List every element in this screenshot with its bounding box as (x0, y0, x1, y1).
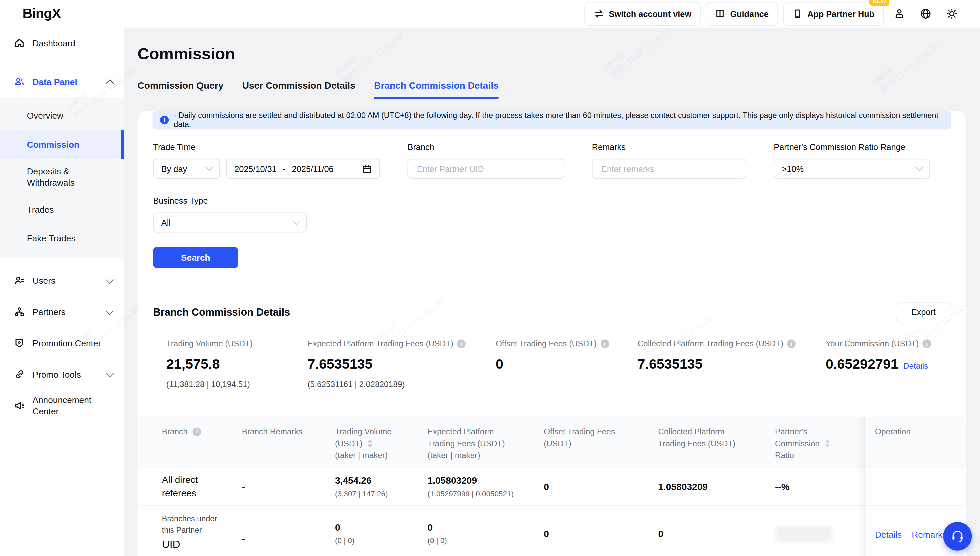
volume-sub-cell: (3,307 | 147.26) (335, 489, 413, 498)
sidebar-item-deposits-withdrawals[interactable]: Deposits & Withdrawals (0, 159, 124, 195)
filter-ratio-range: Partner's Commission Ratio Range >10% (774, 143, 930, 179)
sort-control[interactable] (368, 439, 373, 447)
business-type-select[interactable]: All (153, 213, 307, 233)
date-range-picker[interactable]: 2025/10/31 - 2025/11/06 (226, 159, 380, 179)
col-header-operation: Operation (866, 417, 966, 467)
section-header: Branch Commission Details Export (153, 303, 951, 321)
customer-support-button[interactable] (943, 522, 972, 551)
col-header-trading-volume[interactable]: Trading Volume (USDT) (taker | maker) (326, 417, 418, 467)
theme-toggle-button[interactable] (941, 3, 963, 24)
guidance-label: Guidance (730, 9, 769, 18)
stat-offset-fees: Offset Trading Fees (USDT)i 0 (496, 339, 638, 389)
table-row: Branches under this Partner UID - 0 (0 |… (138, 506, 966, 556)
commission-details-link[interactable]: Details (903, 361, 928, 371)
sidebar-item-label: Data Panel (33, 76, 100, 88)
sidebar-item-trades[interactable]: Trades (0, 195, 124, 224)
collected-fees-cell: 1.05803209 (658, 481, 760, 492)
filter-business-type: Business Type All (153, 196, 307, 233)
stat-your-commission: Your Commission (USDT)i 0.65292791 Detai… (826, 339, 932, 389)
info-icon: i (457, 339, 466, 348)
business-type-value: All (161, 218, 171, 227)
operation-cell (866, 468, 966, 505)
notice-banner: i · Daily commissions are settled and di… (153, 111, 951, 129)
ratio-range-select[interactable]: >10% (774, 159, 930, 179)
info-icon: i (193, 427, 201, 436)
summary-stats: Trading Volume (USDT) 21,575.8 (11,381.2… (138, 321, 966, 389)
branch-commission-table: Branchi Branch Remarks Trading Volume (U… (138, 417, 966, 556)
tab-commission-query[interactable]: Commission Query (138, 80, 224, 99)
sidebar-item-dashboard[interactable]: Dashboard (0, 27, 124, 59)
users-icon (14, 275, 25, 286)
ratio-range-label: Partner's Commission Ratio Range (774, 143, 930, 152)
tab-user-commission-details[interactable]: User Commission Details (242, 80, 355, 99)
export-button[interactable]: Export (896, 303, 951, 321)
sidebar: Dashboard Data Panel Overview Commission… (0, 27, 124, 556)
sidebar-item-announcement-center[interactable]: Announcement Center (0, 390, 124, 421)
col-header-branch: Branchi (138, 417, 232, 467)
trade-time-mode-select[interactable]: By day (153, 159, 220, 179)
filters-row-2: Business Type All (138, 179, 966, 232)
sidebar-item-label: Partners (33, 306, 100, 318)
info-icon: i (923, 339, 932, 348)
date-separator: - (283, 164, 286, 173)
remarks-input[interactable] (600, 163, 738, 174)
sidebar-item-label: Promotion Center (33, 338, 113, 349)
stat-value: 0 (496, 356, 503, 373)
user-icon (893, 8, 906, 20)
sidebar-item-overview[interactable]: Overview (0, 101, 124, 130)
main-content: Commission Commission Query User Commiss… (124, 27, 980, 556)
branch-label: Branch (408, 143, 565, 152)
switch-account-view-button[interactable]: Switch account view (584, 2, 701, 26)
volume-sub-cell: (0 | 0) (335, 536, 413, 545)
chevron-down-icon (206, 164, 213, 171)
sidebar-item-label: Deposits & Withdrawals (27, 166, 113, 188)
ratio-range-value: >10% (782, 164, 804, 173)
expected-fees-sub-cell: (1.05297999 | 0.0050521) (428, 489, 530, 498)
chevron-down-icon (293, 218, 300, 225)
stat-collected-fees: Collected Platform Trading Fees (USDT)i … (638, 339, 826, 389)
stat-label: Your Commission (USDT) (826, 339, 919, 348)
tab-branch-commission-details[interactable]: Branch Commission Details (374, 80, 499, 99)
globe-icon (919, 8, 932, 20)
stat-value: 7.6535135 (638, 356, 703, 373)
org-chart-icon (14, 306, 25, 318)
app-partner-hub-label: App Partner Hub (807, 9, 874, 18)
sidebar-item-partners[interactable]: Partners (0, 296, 124, 328)
app-partner-hub-button[interactable]: App Partner Hub NEW (783, 2, 884, 26)
sidebar-item-promotion-center[interactable]: Promotion Center (0, 328, 124, 359)
stat-label: Expected Platform Trading Fees (USDT) (308, 339, 454, 348)
chevron-up-icon (106, 79, 114, 87)
account-button[interactable] (889, 3, 910, 24)
col-header-partner-ratio[interactable]: Partner's Commission Ratio (766, 417, 866, 467)
guidance-button[interactable]: Guidance (706, 2, 778, 26)
sidebar-item-users[interactable]: Users (0, 265, 124, 296)
collected-fees-cell: 0 (658, 528, 760, 539)
sidebar-item-label: Announcement Center (33, 394, 113, 417)
language-button[interactable] (915, 3, 936, 24)
volume-cell: 0 (335, 522, 413, 533)
filter-trade-time: Trade Time By day 2025/10/31 - 2025/11/0… (153, 143, 380, 179)
col-header-offset-fees: Offset Trading Fees (USDT) (534, 417, 649, 467)
date-end: 2025/11/06 (292, 164, 334, 173)
switch-account-view-label: Switch account view (609, 9, 692, 18)
sidebar-item-commission[interactable]: Commission (0, 130, 124, 159)
sort-control[interactable] (825, 439, 830, 447)
branch-uid-input[interactable] (416, 163, 556, 174)
stat-sub-value: (11,381.28 | 10,194.51) (166, 379, 308, 389)
filters-row-1: Trade Time By day 2025/10/31 - 2025/11/0… (138, 129, 966, 179)
tab-bar: Commission Query User Commission Details… (138, 80, 980, 99)
sidebar-item-label: Promo Tools (33, 369, 100, 380)
app-root: BingX Switch account view Guidance App P… (0, 0, 980, 556)
stat-value: 7.6535135 (308, 356, 373, 373)
headset-icon (950, 529, 965, 544)
notice-text: · Daily commissions are settled and dist… (174, 112, 944, 129)
search-button[interactable]: Search (153, 247, 238, 268)
row-remarks-link[interactable]: Remarks (912, 529, 947, 539)
sidebar-item-data-panel[interactable]: Data Panel (0, 66, 124, 98)
row-details-link[interactable]: Details (875, 529, 902, 539)
sidebar-submenu-data-panel: Overview Commission Deposits & Withdrawa… (0, 98, 124, 258)
sidebar-item-fake-trades[interactable]: Fake Trades (0, 224, 124, 252)
branch-remarks-cell: - (242, 480, 321, 493)
sidebar-item-promo-tools[interactable]: Promo Tools (0, 359, 124, 390)
branch-uid-cell: UID (162, 539, 228, 551)
